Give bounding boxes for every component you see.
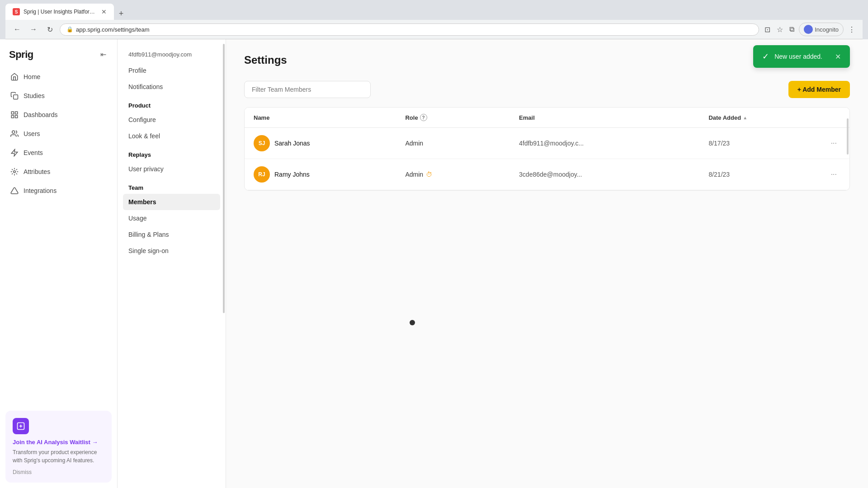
sidebar-item-users[interactable]: Users <box>5 125 112 143</box>
table-row: SJ Sarah Jonas Admin 4fdfb911@moodjoy.c.… <box>245 128 849 159</box>
settings-nav-sso[interactable]: Single sign-on <box>118 243 226 259</box>
settings-section-team: Team <box>118 177 226 194</box>
address-text: app.sprig.com/settings/team <box>76 26 150 33</box>
user-name: Ramy Johns <box>274 171 310 178</box>
row-actions-button[interactable]: ··· <box>827 137 840 149</box>
logo: Sprig <box>9 49 33 61</box>
home-icon <box>10 72 19 81</box>
tab-close-button[interactable]: ✕ <box>101 8 107 15</box>
avatar: RJ <box>254 166 270 183</box>
profile-avatar <box>804 25 813 34</box>
menu-icon[interactable]: ⋮ <box>846 23 857 36</box>
profile-icon[interactable]: Incognito <box>799 23 844 36</box>
settings-nav-configure[interactable]: Configure <box>118 112 226 128</box>
dashboards-icon <box>10 110 19 119</box>
sidebar-item-home[interactable]: Home <box>5 68 112 86</box>
forward-button[interactable]: → <box>27 23 40 36</box>
svg-rect-1 <box>11 112 14 114</box>
col-actions <box>822 114 840 121</box>
user-cell: RJ Ramy Johns <box>254 166 405 183</box>
role-cell: Admin ⏱ <box>405 171 519 178</box>
window-icon[interactable]: ⧉ <box>788 23 796 35</box>
sidebar-item-dashboards-label: Dashboards <box>24 111 58 118</box>
integrations-icon <box>10 186 19 195</box>
settings-scrollbar[interactable] <box>223 39 225 488</box>
promo-dismiss-button[interactable]: Dismiss <box>13 469 104 475</box>
user-name: Sarah Jonas <box>274 140 310 147</box>
settings-section-product: Product <box>118 95 226 112</box>
address-bar[interactable]: 🔒 app.sprig.com/settings/team <box>60 23 759 36</box>
browser-toolbar: ← → ↻ 🔒 app.sprig.com/settings/team ⊡ ☆ … <box>5 20 863 39</box>
svg-point-7 <box>14 171 16 173</box>
sidebar-item-attributes-label: Attributes <box>24 168 50 175</box>
sidebar-item-attributes[interactable]: Attributes <box>5 163 112 181</box>
cast-icon[interactable]: ⊡ <box>763 23 772 36</box>
tab-favicon: S <box>13 8 20 15</box>
sidebar-item-users-label: Users <box>24 130 40 137</box>
incognito-label: Incognito <box>815 26 839 33</box>
settings-nav-look-feel[interactable]: Look & feel <box>118 128 226 144</box>
settings-nav-usage[interactable]: Usage <box>118 210 226 226</box>
svg-rect-0 <box>14 95 18 99</box>
sidebar-item-integrations[interactable]: Integrations <box>5 182 112 200</box>
new-tab-button[interactable]: + <box>115 7 127 20</box>
settings-nav-billing[interactable]: Billing & Plans <box>118 226 226 243</box>
role-cell: Admin <box>405 140 519 147</box>
table-scrollbar[interactable] <box>846 108 849 190</box>
actions-cell: ··· <box>822 169 840 180</box>
settings-nav-profile[interactable]: Profile <box>118 62 226 79</box>
filter-input[interactable] <box>244 81 371 98</box>
settings-nav-notifications[interactable]: Notifications <box>118 79 226 95</box>
toast-check-icon: ✓ <box>762 52 769 61</box>
attributes-icon <box>10 167 19 176</box>
sidebar-item-home-label: Home <box>24 73 40 80</box>
settings-sidebar: 4fdfb911@moodjoy.com Profile Notificatio… <box>118 39 226 488</box>
col-name: Name <box>254 114 405 121</box>
events-icon <box>10 148 19 157</box>
sidebar-nav: Home Studies Dashboards Users <box>0 66 117 405</box>
table-scrollbar-thumb <box>847 118 849 155</box>
back-button[interactable]: ← <box>11 23 24 36</box>
studies-icon <box>10 91 19 100</box>
main-content: Settings + Add Member Name Role ? <box>226 39 868 488</box>
toolbar-actions: ⊡ ☆ ⧉ Incognito ⋮ <box>763 23 857 36</box>
sidebar-item-studies[interactable]: Studies <box>5 87 112 105</box>
settings-section-replays: Replays <box>118 144 226 161</box>
active-tab[interactable]: S Sprig | User Insights Platform for... … <box>5 4 114 20</box>
date-cell: 8/21/23 <box>708 171 822 178</box>
settings-nav-user-privacy[interactable]: User privacy <box>118 161 226 177</box>
members-table: Name Role ? Email Date Added ▲ <box>244 107 850 191</box>
refresh-button[interactable]: ↻ <box>43 23 56 36</box>
app-container: Sprig ⇤ Home Studies Dashboards <box>0 39 868 488</box>
bookmark-icon[interactable]: ☆ <box>775 23 785 36</box>
promo-description: Transform your product experience with S… <box>13 448 104 465</box>
toast-close-button[interactable]: ✕ <box>835 52 841 61</box>
sidebar-collapse-button[interactable]: ⇤ <box>99 48 108 61</box>
col-date-added[interactable]: Date Added ▲ <box>708 114 822 121</box>
svg-rect-2 <box>15 112 18 114</box>
promo-title[interactable]: Join the AI Analysis Waitlist → <box>13 439 104 446</box>
toast-message: New user added. <box>774 53 822 60</box>
add-member-label: + Add Member <box>797 86 841 93</box>
role-info-icon[interactable]: ? <box>420 114 427 121</box>
toast-notification: ✓ New user added. ✕ <box>753 45 850 68</box>
settings-email: 4fdfb911@moodjoy.com <box>118 47 226 62</box>
add-member-button[interactable]: + Add Member <box>788 81 850 98</box>
actions-cell: ··· <box>822 137 840 149</box>
svg-rect-3 <box>11 116 14 118</box>
settings-nav-members[interactable]: Members <box>123 194 220 210</box>
row-actions-button[interactable]: ··· <box>827 169 840 180</box>
ai-promo-card: Join the AI Analysis Waitlist → Transfor… <box>5 411 112 483</box>
lock-icon: 🔒 <box>66 26 73 33</box>
sidebar-header: Sprig ⇤ <box>0 39 117 66</box>
scrollbar-thumb <box>223 44 225 313</box>
team-toolbar: + Add Member <box>244 81 850 98</box>
svg-rect-4 <box>15 116 18 118</box>
avatar: SJ <box>254 135 270 151</box>
table-header: Name Role ? Email Date Added ▲ <box>245 108 849 128</box>
browser-tabs: S Sprig | User Insights Platform for... … <box>5 4 863 20</box>
email-cell: 3cde86de@moodjoy... <box>519 171 708 178</box>
sidebar-item-dashboards[interactable]: Dashboards <box>5 106 112 124</box>
sidebar-item-events[interactable]: Events <box>5 144 112 162</box>
email-cell: 4fdfb911@moodjoy.c... <box>519 140 708 147</box>
